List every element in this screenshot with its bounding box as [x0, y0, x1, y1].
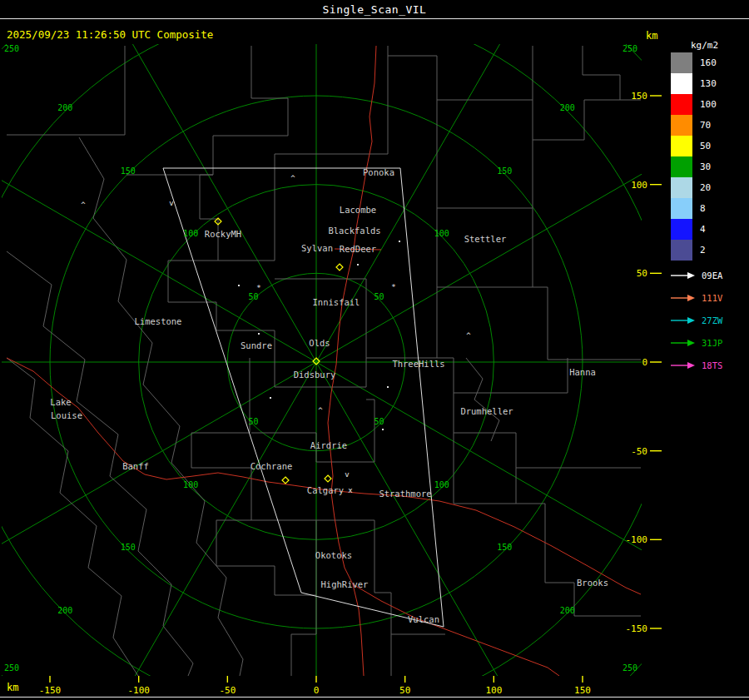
place-label: Calgary [307, 485, 344, 495]
county-boundary [533, 287, 641, 360]
bottom-axis-tick-label: 150 [574, 685, 591, 696]
site-id-label: 27ZW [702, 315, 722, 325]
site-legend-row: 18TS [671, 354, 722, 376]
county-boundary [583, 46, 620, 100]
radar-site-legend: 09EA111V27ZW31JP18TS [671, 264, 722, 376]
colorbar-value: 50 [700, 141, 711, 151]
range-label: 200 [57, 103, 72, 112]
site-id-label: 31JP [702, 338, 722, 348]
range-label: 250 [4, 44, 19, 53]
county-boundary [291, 595, 316, 676]
place-label: Brooks [577, 578, 608, 588]
radar-map-canvas[interactable]: 5050505010010010010015015015015020020020… [0, 0, 749, 700]
place-label: Lacombe [340, 205, 376, 215]
colorbar-value: 20 [700, 182, 711, 193]
bottom-axis-tick-label: 100 [485, 685, 502, 696]
place-label: ThreeHills [392, 359, 444, 369]
range-label: 150 [497, 543, 512, 552]
place-label: Blackfalds [328, 226, 380, 236]
range-label: 50 [249, 292, 259, 301]
colorbar-swatch [671, 177, 692, 198]
place-label: Didsbury [294, 370, 336, 380]
colorbar-swatch [671, 198, 692, 219]
range-spoke [67, 362, 316, 700]
poi-marker: * [256, 284, 260, 292]
range-spoke [316, 362, 566, 700]
colorbar-value: 160 [700, 57, 717, 68]
colorbar-row: 160 [671, 52, 717, 73]
site-legend-row: 09EA [671, 264, 722, 286]
range-label: 200 [57, 606, 72, 615]
county-boundary [533, 100, 641, 140]
right-axis-tick-label: -50 [631, 446, 647, 457]
colorbar-swatch [671, 52, 692, 73]
right-axis-tick-label: -100 [626, 534, 648, 545]
place-label: Hanna [569, 367, 596, 377]
county-boundary [454, 393, 641, 468]
range-label: 150 [121, 166, 136, 176]
radar-site-marker [325, 475, 331, 482]
colorbar-row: 50 [671, 136, 717, 156]
site-legend-row: 31JP [671, 331, 722, 354]
county-boundary [466, 358, 499, 441]
place-label: Louise [51, 410, 82, 420]
range-label: 200 [560, 103, 575, 112]
colorbar-unit-label: kg/m2 [691, 40, 718, 51]
place-label: Sylvan [301, 243, 333, 253]
radar-app-window: Single_Scan_VIL 505050501001001001001501… [0, 0, 749, 700]
bottom-axis-unit-label: km [7, 682, 18, 693]
place-label: Ponoka [363, 167, 394, 177]
county-boundary [388, 56, 437, 358]
county-boundary [251, 520, 316, 595]
colorbar-swatch [671, 136, 692, 156]
county-boundary [437, 46, 533, 100]
range-label: 150 [497, 166, 512, 176]
colorbar-swatch [671, 115, 692, 136]
range-label: 100 [434, 480, 449, 489]
range-label: 100 [183, 229, 198, 238]
place-label: Limestone [135, 316, 182, 326]
place-label: RedDeer [340, 244, 376, 254]
county-boundary [7, 358, 138, 676]
place-label: HighRiver [321, 579, 369, 589]
county-boundary [437, 208, 533, 287]
right-axis-tick-label: 150 [631, 91, 647, 102]
colorbar-swatch [671, 73, 692, 94]
range-label: 200 [560, 606, 575, 615]
poi-dot [399, 241, 400, 242]
county-boundary [454, 433, 516, 504]
site-arrow-icon [671, 360, 696, 370]
site-arrow-icon [671, 271, 696, 280]
bottom-axis-tick-label: 0 [314, 685, 320, 696]
place-label: Stettler [464, 234, 507, 244]
right-axis-tick-label: 100 [631, 180, 647, 191]
range-label: 50 [249, 417, 259, 426]
bottom-divider [0, 697, 749, 698]
county-boundary [168, 46, 288, 330]
county-boundary [7, 251, 193, 676]
poi-dot [258, 333, 260, 335]
colorbar-value: 100 [700, 99, 717, 110]
colorbar-row: 130 [671, 73, 717, 94]
place-label: Cochrane [250, 461, 293, 471]
poi-dot [387, 386, 389, 388]
colorbar-row: 4 [671, 219, 717, 240]
colorbar-swatch [671, 219, 692, 240]
poi-marker: v [169, 199, 173, 207]
site-legend-row: 111V [671, 286, 722, 309]
range-label: 100 [434, 229, 449, 238]
place-label: Banff [122, 461, 149, 471]
range-label: 250 [623, 663, 637, 673]
radar-site-marker [336, 264, 343, 271]
county-boundary [275, 46, 388, 154]
colorbar-swatch [671, 94, 692, 115]
range-label: 50 [374, 292, 384, 301]
bottom-axis-tick-label: 50 [399, 685, 410, 696]
colorbar-row: 20 [671, 177, 717, 198]
radar-site-marker [282, 477, 289, 484]
poi-marker: * [391, 283, 395, 291]
range-label: 100 [183, 480, 198, 489]
poi-marker: ^ [466, 331, 471, 340]
county-boundary [7, 46, 125, 135]
poi-marker: ^ [318, 406, 323, 415]
